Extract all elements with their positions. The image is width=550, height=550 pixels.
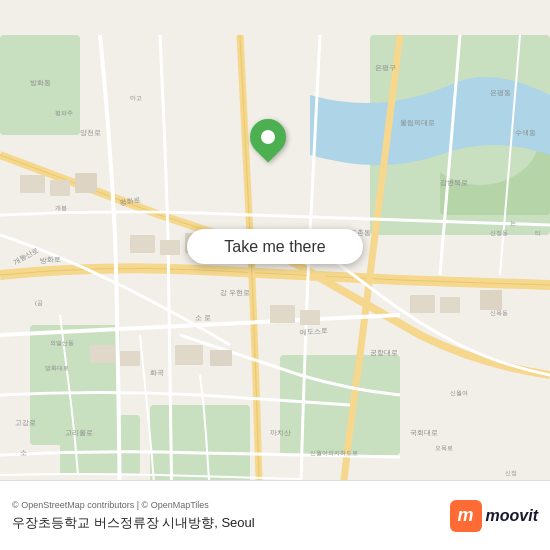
svg-text:수색동: 수색동 xyxy=(515,129,536,137)
svg-text:메도스로: 메도스로 xyxy=(299,327,328,336)
svg-rect-12 xyxy=(160,240,180,255)
svg-text:까치산: 까치산 xyxy=(270,429,291,436)
svg-text:개봉산로: 개봉산로 xyxy=(12,246,40,267)
svg-text:강 우현로: 강 우현로 xyxy=(220,289,250,296)
svg-text:방화대로: 방화대로 xyxy=(45,365,69,371)
attribution-text: © OpenStreetMap contributors | © OpenMap… xyxy=(12,500,450,510)
svg-text:화곡: 화곡 xyxy=(150,369,164,377)
svg-text:공항대로: 공항대로 xyxy=(370,349,398,357)
svg-text:외발산동: 외발산동 xyxy=(50,340,74,346)
svg-rect-22 xyxy=(480,290,502,310)
svg-rect-16 xyxy=(175,345,203,365)
svg-text:고강로: 고강로 xyxy=(15,419,36,426)
svg-rect-7 xyxy=(60,415,140,475)
svg-text:신정동: 신정동 xyxy=(490,230,508,236)
svg-rect-19 xyxy=(300,310,320,325)
svg-rect-20 xyxy=(410,295,435,313)
svg-rect-14 xyxy=(90,345,115,363)
svg-text:신목동: 신목동 xyxy=(490,310,508,316)
svg-text:고리올로: 고리올로 xyxy=(65,429,93,436)
svg-text:국회대로: 국회대로 xyxy=(410,429,438,437)
map-container: 방화로 평화로 강 우현로 소 로 메도스로 화곡 공항대로 개봉 개봉산로 등… xyxy=(0,0,550,550)
svg-text:방화로: 방화로 xyxy=(39,255,61,264)
svg-text:올림픽대로: 올림픽대로 xyxy=(400,119,435,127)
svg-rect-6 xyxy=(150,405,250,485)
map-svg: 방화로 평화로 강 우현로 소 로 메도스로 화곡 공항대로 개봉 개봉산로 등… xyxy=(0,0,550,550)
svg-text:소: 소 xyxy=(20,449,27,456)
svg-text:(공: (공 xyxy=(35,300,43,306)
svg-rect-8 xyxy=(20,175,45,193)
svg-rect-10 xyxy=(75,173,97,193)
svg-rect-17 xyxy=(210,350,232,366)
svg-text:신월여: 신월여 xyxy=(450,390,468,396)
moovit-text: moovit xyxy=(486,507,538,525)
svg-text:은평동: 은평동 xyxy=(490,89,511,96)
svg-rect-11 xyxy=(130,235,155,253)
svg-text:티: 티 xyxy=(535,230,541,236)
svg-text:양천로: 양천로 xyxy=(80,129,101,136)
svg-rect-15 xyxy=(120,351,140,366)
svg-rect-18 xyxy=(270,305,295,323)
bottom-bar-left: © OpenStreetMap contributors | © OpenMap… xyxy=(12,500,450,532)
location-name: 우장초등학교 버스정류장 시내방향, Seoul xyxy=(12,514,450,532)
svg-rect-21 xyxy=(440,297,460,313)
svg-text:마고: 마고 xyxy=(130,95,142,101)
svg-text:평파주: 평파주 xyxy=(55,110,73,116)
svg-text:개봉: 개봉 xyxy=(55,205,67,211)
moovit-logo: m moovit xyxy=(450,500,538,532)
svg-text:신월어의지하도로: 신월어의지하도로 xyxy=(310,450,358,456)
svg-text:소 로: 소 로 xyxy=(195,314,211,321)
svg-text:는: 는 xyxy=(510,220,516,226)
svg-text:은평구: 은평구 xyxy=(375,64,396,71)
bottom-bar: © OpenStreetMap contributors | © OpenMap… xyxy=(0,480,550,550)
svg-text:강변북로: 강변북로 xyxy=(440,179,468,187)
moovit-icon: m xyxy=(450,500,482,532)
svg-text:신정: 신정 xyxy=(505,470,517,476)
svg-text:오목로: 오목로 xyxy=(435,445,453,451)
svg-rect-9 xyxy=(50,180,70,196)
svg-text:방화동: 방화동 xyxy=(30,79,51,86)
take-me-there-button[interactable]: Take me there xyxy=(187,229,363,264)
